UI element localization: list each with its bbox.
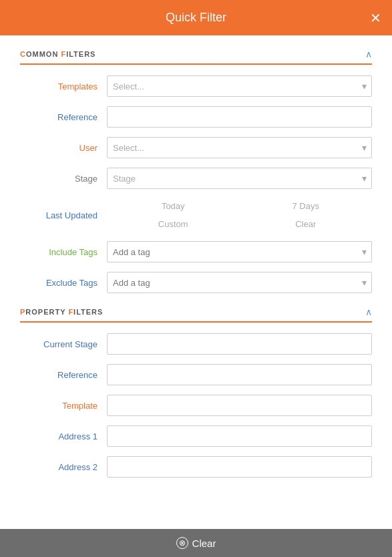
section-title-pf: F	[68, 308, 73, 316]
current-stage-row: Current Stage	[20, 333, 372, 355]
modal-footer: ⊗ Clear	[0, 529, 392, 557]
address1-label: Address 1	[20, 431, 107, 441]
clear-button-label: Clear	[192, 538, 216, 549]
section-title-ilters: ILTERS	[66, 50, 95, 58]
stage-select[interactable]: Stage	[107, 168, 372, 189]
reference-label: Reference	[20, 112, 107, 122]
section-title-ommon: OMMON	[26, 50, 61, 58]
modal-body: COMMON FILTERS ∧ Templates Select... Ref…	[0, 35, 392, 529]
date-option-custom[interactable]: Custom	[107, 216, 240, 232]
date-option-clear[interactable]: Clear	[240, 216, 373, 232]
property-reference-label: Reference	[20, 370, 107, 380]
exclude-tags-label: Exclude Tags	[20, 278, 107, 288]
address1-input[interactable]	[107, 425, 372, 447]
stage-row: Stage Stage	[20, 168, 372, 189]
property-filters-header: PROPERTY FILTERS ∧	[20, 307, 372, 323]
section-title-c: C	[20, 50, 26, 58]
user-select-wrapper[interactable]: Select...	[107, 137, 372, 158]
property-filters-section: PROPERTY FILTERS ∧ Current Stage Referen…	[20, 307, 372, 478]
include-tags-row: Include Tags	[20, 241, 372, 262]
templates-select-wrapper[interactable]: Select...	[107, 75, 372, 97]
modal-header: Quick Filter ✕	[0, 0, 392, 35]
common-filters-section: COMMON FILTERS ∧ Templates Select... Ref…	[20, 49, 372, 293]
property-template-input[interactable]	[107, 395, 372, 416]
section-title-f: F	[61, 50, 66, 58]
current-stage-label: Current Stage	[20, 339, 107, 349]
address2-input[interactable]	[107, 456, 372, 478]
quick-filter-modal: Quick Filter ✕ COMMON FILTERS ∧ Template…	[0, 0, 392, 557]
clear-button[interactable]: ⊗ Clear	[176, 537, 216, 549]
close-icon[interactable]: ✕	[370, 11, 381, 25]
reference-row: Reference	[20, 106, 372, 128]
address2-label: Address 2	[20, 462, 107, 472]
modal-title: Quick Filter	[166, 11, 226, 24]
address1-row: Address 1	[20, 425, 372, 447]
include-tags-wrapper[interactable]	[107, 241, 372, 262]
templates-select[interactable]: Select...	[107, 75, 372, 97]
reference-input[interactable]	[107, 106, 372, 128]
include-tags-input[interactable]	[107, 241, 372, 262]
include-tags-label: Include Tags	[20, 247, 107, 257]
section-title-roperty: ROPERTY	[25, 308, 68, 316]
last-updated-options: Today 7 Days Custom Clear	[107, 198, 372, 232]
exclude-tags-row: Exclude Tags	[20, 272, 372, 293]
section-title-ilters2: ILTERS	[73, 308, 103, 316]
common-filters-title: COMMON FILTERS	[20, 50, 95, 58]
common-filters-collapse-icon[interactable]: ∧	[365, 49, 372, 59]
date-option-7days[interactable]: 7 Days	[240, 198, 373, 214]
common-filters-header: COMMON FILTERS ∧	[20, 49, 372, 65]
last-updated-row: Last Updated Today 7 Days Custom Clear	[20, 198, 372, 232]
templates-row: Templates Select...	[20, 75, 372, 97]
property-reference-input[interactable]	[107, 364, 372, 385]
user-select[interactable]: Select...	[107, 137, 372, 158]
user-row: User Select...	[20, 137, 372, 158]
property-reference-row: Reference	[20, 364, 372, 385]
address2-row: Address 2	[20, 456, 372, 478]
property-template-row: Template	[20, 395, 372, 416]
property-filters-collapse-icon[interactable]: ∧	[365, 307, 372, 317]
last-updated-label: Last Updated	[20, 210, 107, 220]
user-label: User	[20, 143, 107, 153]
clear-circle-icon: ⊗	[176, 537, 188, 549]
exclude-tags-wrapper[interactable]	[107, 272, 372, 293]
property-filters-title: PROPERTY FILTERS	[20, 308, 103, 316]
templates-label: Templates	[20, 81, 107, 91]
exclude-tags-input[interactable]	[107, 272, 372, 293]
stage-select-wrapper[interactable]: Stage	[107, 168, 372, 189]
date-option-today[interactable]: Today	[107, 198, 240, 214]
current-stage-input[interactable]	[107, 333, 372, 355]
stage-label: Stage	[20, 174, 107, 184]
property-template-label: Template	[20, 401, 107, 411]
